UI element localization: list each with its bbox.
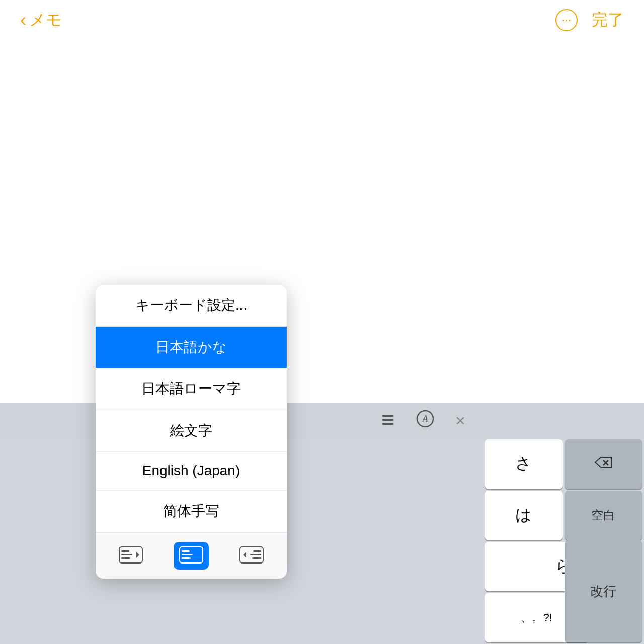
svg-text:A: A [422,414,429,424]
popup-item-simplified-handwriting-label: 简体手写 [163,503,219,519]
popup-item-keyboard-settings[interactable]: キーボード設定... [96,285,287,327]
key-delete[interactable] [565,439,643,489]
popup-item-japanese-kana-label: 日本語かな [155,339,227,355]
key-return-label: 改行 [590,583,616,600]
key-sa[interactable]: さ [485,439,563,489]
popup-item-keyboard-settings-label: キーボード設定... [135,297,247,313]
svg-rect-17 [253,550,261,552]
kb-current-button[interactable] [174,542,209,570]
popup-bottom-bar [96,532,287,579]
popup-item-english-japan-label: English (Japan) [142,463,240,478]
back-label: メモ [29,9,62,31]
key-space[interactable]: 空白 [565,491,643,540]
keyboard-right-panel: さ は 空白 ら [483,403,644,644]
done-button[interactable]: 完了 [592,9,624,31]
popup-item-japanese-kana[interactable]: 日本語かな [96,327,287,368]
svg-rect-18 [250,554,261,555]
svg-rect-14 [182,554,193,555]
svg-rect-8 [121,550,129,552]
popup-item-english-japan[interactable]: English (Japan) [96,452,287,491]
back-button[interactable]: ‹ メモ [20,9,62,31]
key-row-1: さ [483,438,644,489]
keyboard-switcher-popup: キーボード設定... 日本語かな 日本語ローマ字 絵文字 English (Ja… [96,285,287,579]
more-icon: ··· [562,14,571,27]
svg-rect-15 [182,557,191,559]
popup-item-japanese-romaji[interactable]: 日本語ローマ字 [96,368,287,410]
popup-item-emoji-label: 絵文字 [170,423,212,438]
key-return[interactable]: 改行 [565,540,643,643]
svg-rect-19 [252,557,261,559]
more-button[interactable]: ··· [555,9,578,31]
svg-rect-10 [121,557,130,559]
popup-item-simplified-handwriting[interactable]: 简体手写 [96,491,287,532]
key-punctuation-label: 、。?! [521,610,552,625]
nav-right-actions: ··· 完了 [555,9,624,31]
svg-rect-1 [382,419,393,421]
svg-rect-2 [382,423,393,425]
globe-button[interactable] [377,408,403,433]
key-ha-label: は [515,504,532,526]
popup-item-japanese-romaji-label: 日本語ローマ字 [141,381,241,396]
pencil-icon: A [416,410,434,431]
back-chevron-icon: ‹ [20,10,26,31]
globe-icon [381,410,399,431]
key-row-2: は 空白 [483,489,644,540]
close-keyboard-button[interactable]: × [448,408,473,433]
popup-item-emoji[interactable]: 絵文字 [96,410,287,452]
kb-prev-button[interactable] [113,542,148,570]
kb-prev-icon [118,546,143,566]
close-icon: × [455,411,465,430]
key-space-label: 空白 [591,507,615,523]
svg-marker-11 [136,552,139,558]
key-row-3: ら 改行 [483,540,644,592]
svg-marker-20 [243,552,246,558]
svg-rect-9 [121,554,132,555]
pencil-button[interactable]: A [413,408,438,433]
key-sa-label: さ [515,453,532,475]
kb-next-icon [239,546,264,566]
delete-icon [594,455,612,472]
kb-current-icon [179,546,204,566]
svg-rect-13 [182,550,190,552]
svg-rect-0 [382,415,393,417]
nav-bar: ‹ メモ ··· 完了 [0,0,644,40]
key-ha[interactable]: は [485,491,563,540]
kb-next-button[interactable] [234,542,269,570]
